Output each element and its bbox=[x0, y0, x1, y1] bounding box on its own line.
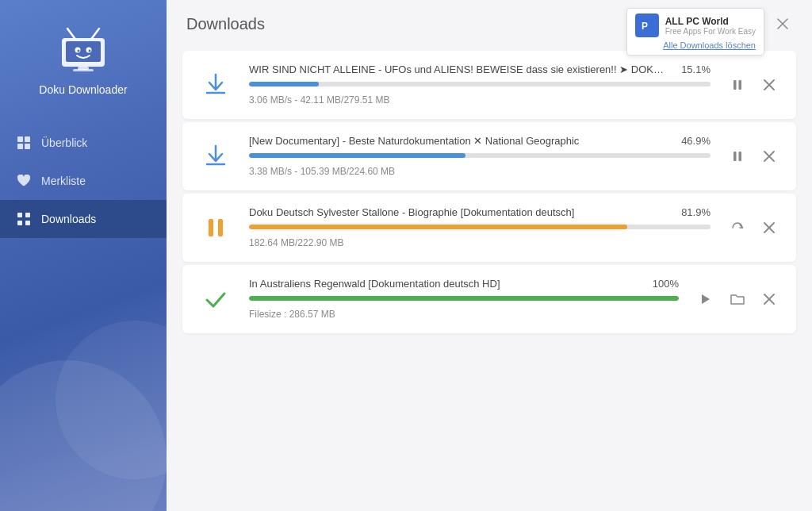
sidebar: Doku Downloader Überblick Merkliste bbox=[0, 0, 167, 511]
svg-text:P: P bbox=[642, 21, 648, 32]
logo-area: Doku Downloader bbox=[39, 24, 127, 96]
app-title: Doku Downloader bbox=[39, 83, 127, 96]
download-item-1: WIR SIND NICHT ALLEINE - UFOs und ALIENS… bbox=[182, 51, 796, 119]
download-info-2: [New Documentary] - Beste Naturdokumenta… bbox=[249, 135, 710, 178]
ad-text: ALL PC World Free Apps For Work Easy bbox=[665, 16, 756, 36]
svg-rect-13 bbox=[25, 144, 30, 149]
download-percent-1: 15.1% bbox=[681, 63, 710, 75]
svg-marker-39 bbox=[702, 294, 710, 304]
svg-rect-36 bbox=[218, 219, 223, 236]
download-item-3: Doku Deutsch Sylvester Stallone - Biogra… bbox=[182, 194, 796, 262]
download-title-3: Doku Deutsch Sylvester Stallone - Biogra… bbox=[249, 206, 669, 218]
svg-rect-27 bbox=[739, 80, 742, 90]
download-item-2: [New Documentary] - Beste Naturdokumenta… bbox=[182, 122, 796, 190]
download-nav-icon bbox=[16, 211, 32, 227]
download-title-4: In Australiens Regenwald [Dokumentation … bbox=[249, 278, 641, 290]
svg-rect-11 bbox=[25, 136, 30, 142]
svg-rect-16 bbox=[17, 221, 22, 225]
ad-title: ALL PC World bbox=[665, 16, 756, 27]
download-status-icon-4 bbox=[198, 282, 233, 317]
grid-icon bbox=[16, 135, 32, 151]
download-status-icon-3 bbox=[198, 210, 233, 245]
svg-rect-32 bbox=[739, 152, 742, 161]
svg-rect-17 bbox=[25, 221, 30, 225]
download-title-row-2: [New Documentary] - Beste Naturdokumenta… bbox=[249, 135, 710, 147]
sidebar-nav: Überblick Merkliste Downloads bbox=[0, 124, 167, 238]
folder-button-4[interactable] bbox=[726, 288, 749, 310]
close-button[interactable] bbox=[773, 14, 792, 33]
svg-rect-12 bbox=[17, 144, 23, 149]
download-title-row-4: In Australiens Regenwald [Dokumentation … bbox=[249, 278, 679, 290]
play-button-4[interactable] bbox=[695, 288, 717, 310]
sidebar-item-downloads[interactable]: Downloads bbox=[0, 200, 167, 238]
sidebar-item-label-merkliste: Merkliste bbox=[41, 175, 86, 187]
svg-rect-15 bbox=[25, 213, 30, 217]
progress-bar-fill-2 bbox=[249, 153, 465, 158]
cancel-button-1[interactable] bbox=[758, 74, 780, 96]
page-title: Downloads bbox=[186, 15, 265, 33]
download-status-icon-2 bbox=[198, 139, 233, 174]
progress-bar-fill-3 bbox=[249, 225, 627, 229]
download-speed-1: 3.06 MB/s - 42.11 MB/279.51 MB bbox=[249, 94, 389, 106]
download-status-icon-1 bbox=[198, 67, 233, 102]
remove-button-4[interactable] bbox=[758, 288, 780, 310]
download-percent-3: 81.9% bbox=[681, 206, 710, 218]
retry-button-3[interactable] bbox=[726, 217, 749, 239]
pause-button-2[interactable] bbox=[726, 145, 749, 167]
main-header: Downloads bbox=[167, 0, 812, 43]
svg-rect-3 bbox=[73, 69, 94, 71]
progress-bar-fill-1 bbox=[249, 82, 319, 86]
download-title-1: WIR SIND NICHT ALLEINE - UFOs und ALIENS… bbox=[249, 63, 669, 75]
sidebar-item-merkliste[interactable]: Merkliste bbox=[0, 162, 167, 200]
svg-rect-35 bbox=[209, 219, 213, 236]
main-content: Downloads bbox=[167, 0, 812, 511]
download-actions-1 bbox=[726, 74, 780, 96]
download-info-3: Doku Deutsch Sylvester Stallone - Biogra… bbox=[249, 206, 710, 249]
pause-button-1[interactable] bbox=[726, 74, 749, 96]
download-actions-3 bbox=[726, 217, 780, 239]
heart-icon bbox=[16, 173, 32, 189]
download-actions-4 bbox=[695, 288, 780, 310]
ad-banner: P ALL PC World Free Apps For Work Easy A… bbox=[626, 8, 764, 56]
progress-bar-bg-2 bbox=[249, 153, 710, 158]
svg-line-5 bbox=[92, 29, 99, 38]
progress-bar-bg-3 bbox=[249, 225, 710, 229]
svg-rect-14 bbox=[17, 213, 22, 217]
ad-subtitle: Free Apps For Work Easy bbox=[665, 27, 756, 36]
download-percent-2: 46.9% bbox=[681, 135, 710, 147]
download-actions-2 bbox=[726, 145, 780, 167]
svg-rect-1 bbox=[66, 41, 101, 62]
download-info-1: WIR SIND NICHT ALLEINE - UFOs und ALIENS… bbox=[249, 63, 710, 106]
svg-rect-10 bbox=[17, 136, 23, 142]
cancel-button-2[interactable] bbox=[758, 145, 780, 167]
progress-bar-fill-4 bbox=[249, 296, 679, 301]
progress-bar-bg-1 bbox=[249, 82, 710, 86]
svg-line-4 bbox=[67, 29, 75, 38]
svg-rect-31 bbox=[733, 152, 737, 161]
progress-bar-bg-4 bbox=[249, 296, 679, 301]
sidebar-item-label-uberblick: Überblick bbox=[41, 136, 87, 149]
sidebar-item-label-downloads: Downloads bbox=[41, 213, 96, 225]
clear-downloads-link[interactable]: Alle Downloads löschen bbox=[663, 40, 756, 50]
svg-point-8 bbox=[77, 50, 79, 52]
download-title-row-1: WIR SIND NICHT ALLEINE - UFOs und ALIENS… bbox=[249, 63, 710, 75]
download-speed-4: Filesize : 286.57 MB bbox=[249, 309, 335, 320]
download-title-row-3: Doku Deutsch Sylvester Stallone - Biogra… bbox=[249, 206, 710, 218]
download-percent-4: 100% bbox=[653, 278, 679, 290]
download-title-2: [New Documentary] - Beste Naturdokumenta… bbox=[249, 135, 669, 147]
svg-rect-26 bbox=[733, 80, 737, 90]
cancel-button-3[interactable] bbox=[758, 217, 780, 239]
download-item-4: In Australiens Regenwald [Dokumentation … bbox=[182, 265, 796, 333]
sidebar-item-uberblick[interactable]: Überblick bbox=[0, 124, 167, 162]
svg-point-9 bbox=[88, 50, 90, 52]
ad-top-row: P ALL PC World Free Apps For Work Easy bbox=[635, 13, 756, 37]
ad-logo: P bbox=[635, 13, 659, 37]
download-info-4: In Australiens Regenwald [Dokumentation … bbox=[249, 278, 679, 321]
download-speed-2: 3.38 MB/s - 105.39 MB/224.60 MB bbox=[249, 166, 395, 177]
downloads-list: WIR SIND NICHT ALLEINE - UFOs und ALIENS… bbox=[167, 43, 812, 511]
download-speed-3: 182.64 MB/222.90 MB bbox=[249, 237, 343, 248]
tv-icon bbox=[56, 24, 111, 75]
